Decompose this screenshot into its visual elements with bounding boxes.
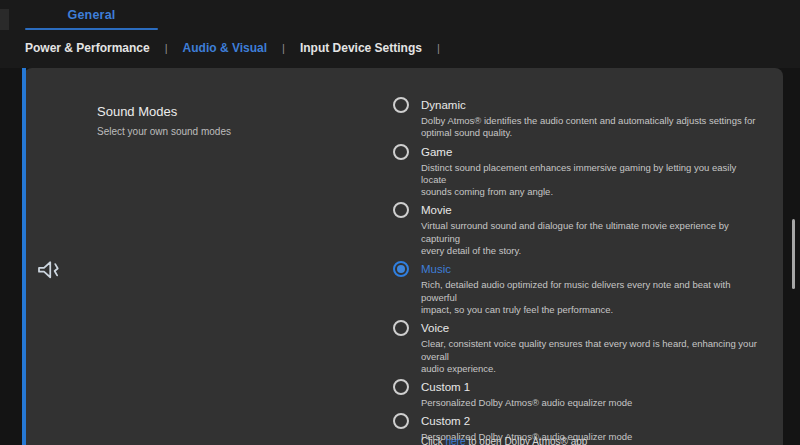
option-description: Virtual surround sound and dialogue for … bbox=[421, 220, 763, 257]
option-label: Game bbox=[421, 145, 763, 159]
panel-accent-bar bbox=[22, 68, 26, 445]
dolby-atmos-footer: Click here to open Dolby Atmos® app bbox=[421, 436, 587, 445]
option-label: Custom 1 bbox=[421, 380, 632, 394]
option-label: Music bbox=[421, 262, 763, 276]
vertical-scrollbar-thumb[interactable] bbox=[792, 219, 795, 289]
speaker-volume-icon bbox=[34, 256, 64, 286]
dolby-atmos-link[interactable]: here bbox=[445, 436, 465, 445]
radio-button[interactable] bbox=[393, 320, 409, 336]
option-description: Dolby Atmos® identifies the audio conten… bbox=[421, 115, 755, 140]
subtab-power-performance[interactable]: Power & Performance bbox=[25, 41, 150, 55]
radio-button[interactable] bbox=[393, 413, 409, 429]
radio-button[interactable] bbox=[393, 202, 409, 218]
option-description: Distinct sound placement enhances immers… bbox=[421, 162, 763, 199]
sound-mode-option-dynamic[interactable]: Dynamic Dolby Atmos® identifies the audi… bbox=[393, 98, 763, 140]
audio-visual-panel: Sound Modes Select your own sound modes … bbox=[24, 68, 783, 445]
footer-text-suffix: to open Dolby Atmos® app bbox=[465, 436, 587, 445]
sound-mode-option-game[interactable]: Game Distinct sound placement enhances i… bbox=[393, 145, 763, 199]
subtab-separator: | bbox=[165, 42, 168, 54]
radio-button[interactable] bbox=[393, 97, 409, 113]
sound-mode-option-movie[interactable]: Movie Virtual surround sound and dialogu… bbox=[393, 203, 763, 257]
subtab-input-device-settings[interactable]: Input Device Settings bbox=[300, 41, 422, 55]
header-bar: General Power & Performance|Audio & Visu… bbox=[0, 0, 800, 68]
option-description: Clear, consistent voice quality ensures … bbox=[421, 338, 763, 375]
subtab-bar: Power & Performance|Audio & Visual|Input… bbox=[25, 38, 440, 58]
sound-mode-option-voice[interactable]: Voice Clear, consistent voice quality en… bbox=[393, 321, 763, 375]
subtab-audio-visual[interactable]: Audio & Visual bbox=[183, 41, 267, 55]
option-label: Movie bbox=[421, 203, 763, 217]
subtab-separator: | bbox=[282, 42, 285, 54]
option-label: Custom 2 bbox=[421, 414, 632, 428]
section-title: Sound Modes bbox=[97, 104, 177, 119]
tab-general-label: General bbox=[25, 4, 158, 26]
subtab-separator: | bbox=[437, 42, 440, 54]
option-description: Rich, detailed audio optimized for music… bbox=[421, 279, 763, 316]
tab-active-underline bbox=[25, 28, 158, 30]
sound-mode-option-custom-1[interactable]: Custom 1 Personalized Dolby Atmos® audio… bbox=[393, 380, 763, 409]
option-label: Voice bbox=[421, 321, 763, 335]
sound-mode-option-music[interactable]: Music Rich, detailed audio optimized for… bbox=[393, 262, 763, 316]
radio-button[interactable] bbox=[393, 144, 409, 160]
option-description: Personalized Dolby Atmos® audio equalize… bbox=[421, 397, 632, 409]
section-subtitle: Select your own sound modes bbox=[97, 126, 231, 137]
footer-text-prefix: Click bbox=[421, 436, 445, 445]
window-edge-decoration bbox=[0, 9, 9, 30]
option-label: Dynamic bbox=[421, 98, 755, 112]
sound-mode-options: Dynamic Dolby Atmos® identifies the audi… bbox=[393, 98, 763, 445]
radio-button[interactable] bbox=[393, 261, 409, 277]
radio-button[interactable] bbox=[393, 379, 409, 395]
tab-general[interactable]: General bbox=[25, 4, 158, 30]
